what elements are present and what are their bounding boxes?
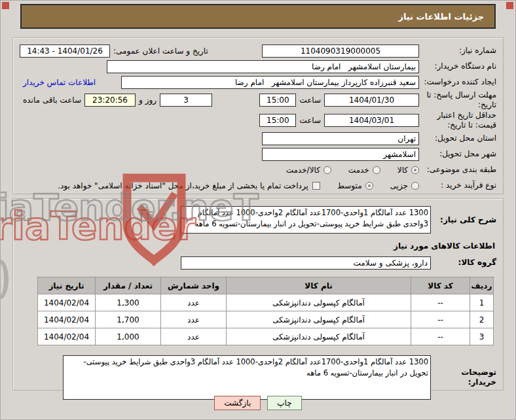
province-input[interactable]	[262, 132, 419, 145]
cell-quantity: 1,300	[96, 294, 161, 311]
reply-deadline-label: مهلت ارسال پاسخ: تا تاریخ:	[419, 90, 496, 110]
buyer-org-label: نام دستگاه خریدار:	[419, 61, 496, 71]
header-row-number: ردیف	[470, 277, 494, 294]
table-row: 1 -- آمالگام کپسولی دندانپزشکی عدد 1,300…	[38, 294, 494, 311]
remaining-time-label: ساعت باقی مانده	[23, 96, 81, 105]
table-row: 2 -- آمالگام کپسولی دندانپزشکی عدد 1,700…	[38, 311, 494, 328]
remaining-days-input[interactable]	[160, 94, 212, 107]
announce-datetime-input[interactable]	[20, 44, 110, 58]
price-validity-label: حداقل تاریخ اعتبار قیمت: تا تاریخ:	[419, 111, 496, 130]
cell-unit: عدد	[161, 294, 227, 311]
city-row: شهر محل تحویل:	[20, 147, 496, 162]
remaining-days-label: روز و	[139, 96, 157, 105]
header-goods-name: نام کالا	[227, 277, 411, 294]
header-quantity: تعداد / مقدار	[96, 277, 161, 294]
classification-option-service[interactable]: خدمت	[348, 166, 380, 175]
header-goods-code: کد کالا	[411, 277, 470, 294]
radio-goods-icon[interactable]	[411, 166, 419, 174]
price-validity-hour-input[interactable]	[259, 114, 296, 127]
process-option-medium-label: متوسط	[337, 181, 362, 190]
buyer-contact-link[interactable]: اطلاعات تماس خریدار	[23, 78, 96, 87]
radio-partial-icon[interactable]	[411, 182, 419, 190]
province-label: استان محل تحویل:	[419, 133, 496, 143]
cell-row-number: 1	[470, 294, 494, 311]
reply-deadline-hour-input[interactable]	[259, 94, 296, 107]
goods-group-input[interactable]	[181, 256, 431, 270]
process-option-partial-label: جزیی	[390, 181, 408, 190]
radio-service-icon[interactable]	[373, 166, 380, 174]
city-input[interactable]	[262, 148, 419, 161]
need-description-textarea[interactable]: 1300 عدد آمالگام 1واحدی-1700عدد آمالگام …	[181, 206, 431, 234]
classification-option-goods-service-label: کالا/خدمت	[286, 166, 320, 175]
goods-table: ردیف کد کالا نام کالا واحد شمارش تعداد /…	[37, 277, 494, 345]
need-description-row: شرح کلی نیاز: 1300 عدد آمالگام 1واحدی-17…	[20, 204, 496, 236]
print-button[interactable]: چاپ	[267, 396, 301, 410]
watermark-corner-top-right	[506, 2, 513, 9]
treasury-checkbox-icon[interactable]	[312, 182, 320, 190]
classification-row: طبقه بندی موضوعی: کالا خدمت کالا/خدمت	[20, 162, 496, 177]
goods-info-heading: اطلاعات کالاهای مورد نیاز	[20, 241, 495, 251]
cell-quantity: 1,000	[96, 328, 161, 345]
buyer-org-input[interactable]	[107, 60, 419, 73]
city-label: شهر محل تحویل:	[419, 149, 496, 159]
process-type-row: نوع فرآیند خرید : جزیی متوسط پرداخت تمام…	[20, 178, 496, 193]
table-row: 3 -- آمالگام کپسولی دندانپزشکی عدد 1,000…	[38, 328, 494, 345]
announce-label: تاریخ و ساعت اعلان عمومی:	[113, 46, 208, 56]
cell-goods-name: آمالگام کپسولی دندانپزشکی	[227, 294, 411, 311]
need-info-groupbox: شماره نیاز: تاریخ و ساعت اعلان عمومی: نا…	[12, 37, 504, 194]
goods-group-row: گروه کالا:	[20, 255, 496, 270]
treasury-option[interactable]: پرداخت تمام یا بخشی از مبلغ خرید،از محل …	[58, 181, 320, 190]
buyer-notes-label: توضیحات خریدار:	[431, 368, 496, 387]
need-number-input[interactable]	[262, 44, 419, 58]
cell-goods-code: --	[411, 328, 470, 345]
classification-option-goods-service[interactable]: کالا/خدمت	[286, 166, 331, 175]
radio-medium-icon[interactable]	[365, 182, 373, 190]
cell-goods-name: آمالگام کپسولی دندانپزشکی	[227, 311, 411, 328]
cell-need-date: 1404/02/04	[38, 311, 96, 328]
classification-label: طبقه بندی موضوعی:	[419, 165, 496, 175]
buyer-org-row: نام دستگاه خریدار:	[20, 59, 496, 74]
watermark-edge-arc	[0, 260, 9, 299]
need-number-row: شماره نیاز: تاریخ و ساعت اعلان عمومی:	[20, 43, 496, 58]
cell-goods-code: --	[411, 311, 470, 328]
back-button[interactable]: بازگشت	[214, 396, 261, 410]
price-validity-hour-label: ساعت	[299, 116, 321, 125]
goods-group-label: گروه کالا:	[431, 258, 496, 268]
process-option-partial[interactable]: جزیی	[390, 181, 419, 190]
process-type-label: نوع فرآیند خرید :	[419, 181, 496, 190]
cell-goods-code: --	[411, 294, 470, 311]
requester-row: ایجاد کننده درخواست: اطلاعات تماس خریدار	[20, 75, 496, 90]
cell-need-date: 1404/02/04	[38, 294, 96, 311]
process-option-medium[interactable]: متوسط	[337, 181, 373, 190]
reply-deadline-date-input[interactable]	[324, 94, 419, 107]
cell-unit: عدد	[161, 311, 227, 328]
remaining-time-input[interactable]	[84, 94, 136, 107]
goods-table-header-row: ردیف کد کالا نام کالا واحد شمارش تعداد /…	[38, 277, 494, 294]
cell-goods-name: آمالگام کپسولی دندانپزشکی	[227, 328, 411, 345]
radio-goods-service-icon[interactable]	[323, 166, 331, 174]
need-description-label: شرح کلی نیاز:	[431, 215, 496, 225]
reply-deadline-row: مهلت ارسال پاسخ: تا تاریخ: ساعت روز و سا…	[20, 90, 496, 110]
cell-need-date: 1404/02/04	[38, 328, 96, 345]
page-title-text: جزئیات اطلاعات نیاز	[398, 12, 484, 22]
cell-row-number: 3	[470, 328, 494, 345]
cell-quantity: 1,700	[96, 311, 161, 328]
province-row: استان محل تحویل:	[20, 131, 496, 146]
goods-table-body: 1 -- آمالگام کپسولی دندانپزشکی عدد 1,300…	[38, 294, 494, 345]
treasury-label: پرداخت تمام یا بخشی از مبلغ خرید،از محل …	[58, 181, 308, 190]
buyer-notes-textarea[interactable]: 1300 عدد آمالگام 1واحدی-1700عدد آمالگام …	[63, 355, 431, 400]
classification-option-goods-label: کالا	[397, 166, 408, 175]
cell-row-number: 2	[470, 311, 494, 328]
page-title: جزئیات اطلاعات نیاز	[20, 4, 496, 29]
classification-option-goods[interactable]: کالا	[397, 166, 419, 175]
need-number-label: شماره نیاز:	[419, 46, 496, 56]
requester-label: ایجاد کننده درخواست:	[419, 77, 496, 87]
header-need-date: تاریخ نیاز	[38, 277, 96, 294]
reply-deadline-hour-label: ساعت	[299, 96, 321, 105]
price-validity-date-input[interactable]	[324, 114, 419, 127]
cell-unit: عدد	[161, 328, 227, 345]
goods-groupbox: شرح کلی نیاز: 1300 عدد آمالگام 1واحدی-17…	[12, 198, 504, 391]
price-validity-row: حداقل تاریخ اعتبار قیمت: تا تاریخ: ساعت	[20, 111, 496, 130]
requester-input[interactable]	[121, 76, 419, 89]
header-unit: واحد شمارش	[161, 277, 227, 294]
